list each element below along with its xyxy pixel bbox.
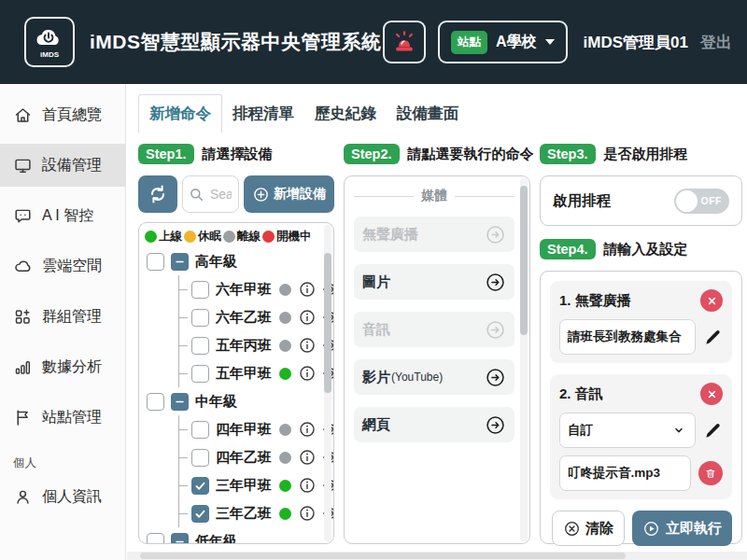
device-tree-panel: 上線 休眠 離線 開機中 高年級 六年甲班 xyxy=(138,222,334,544)
tree-device-row: 三年乙班 xyxy=(179,499,328,527)
info-icon[interactable] xyxy=(298,420,317,439)
sidebar-item-label: 數據分析 xyxy=(42,357,102,377)
arrow-right-icon xyxy=(485,319,506,341)
legend-item: 上線 xyxy=(145,229,182,245)
command-item[interactable]: 網頁 xyxy=(354,407,514,442)
device-name: 四年乙班 xyxy=(216,449,272,467)
info-icon[interactable] xyxy=(298,336,317,355)
sidebar-item-label: 雲端空間 xyxy=(42,257,102,276)
info-icon[interactable] xyxy=(298,364,317,383)
device-status-dot xyxy=(279,480,291,492)
device-status-dot xyxy=(279,424,291,436)
step4-badge: Step4. xyxy=(540,239,596,260)
device-checkbox[interactable] xyxy=(191,505,209,523)
group-checkbox[interactable] xyxy=(147,393,164,411)
sidebar-item-sites[interactable]: 站點管理 xyxy=(0,396,125,439)
device-status-dot xyxy=(279,368,291,380)
pencil-icon[interactable] xyxy=(703,421,723,441)
device-name: 三年乙班 xyxy=(216,505,272,523)
device-checkbox[interactable] xyxy=(191,365,209,383)
device-checkbox[interactable] xyxy=(191,449,209,467)
legend-item: 休眠 xyxy=(184,229,221,245)
device-status-dot xyxy=(279,312,291,324)
step4-title: 請輸入及設定 xyxy=(604,241,688,259)
collapse-icon[interactable] xyxy=(171,533,189,545)
setting-value-input[interactable]: 叮咚提示音.mp3 xyxy=(559,455,691,491)
logout-link[interactable]: 登出 xyxy=(700,32,732,53)
refresh-button[interactable] xyxy=(138,175,177,213)
site-dropdown[interactable]: 站點 A學校 xyxy=(438,21,568,63)
cloud-power-icon: iMDS xyxy=(31,23,68,61)
status-legend: 上線 休眠 離線 開機中 xyxy=(139,223,333,247)
tab-new-command[interactable]: 新增命令 xyxy=(138,94,222,133)
info-icon[interactable] xyxy=(298,280,317,299)
group-checkbox[interactable] xyxy=(147,253,164,271)
group-checkbox[interactable] xyxy=(147,533,164,545)
arrow-right-icon[interactable] xyxy=(485,414,506,436)
group-name: 低年級 xyxy=(195,533,237,545)
trash-icon xyxy=(703,466,718,481)
collapse-icon[interactable] xyxy=(171,253,189,271)
device-status-dot xyxy=(279,452,291,464)
tab-history[interactable]: 歷史紀錄 xyxy=(304,95,387,133)
tree-device-row: 四年乙班 xyxy=(179,443,328,471)
schedule-toggle[interactable]: OFF xyxy=(674,189,729,214)
arrow-right-icon[interactable] xyxy=(485,272,506,293)
info-icon[interactable] xyxy=(298,476,317,495)
sidebar-item-ai[interactable]: A I 智控 xyxy=(0,194,125,237)
pencil-icon[interactable] xyxy=(703,328,723,347)
device-checkbox[interactable] xyxy=(191,337,209,355)
arrow-right-icon[interactable] xyxy=(485,367,506,388)
horizontal-scrollbar[interactable] xyxy=(127,552,747,560)
step3-column: Step3. 是否啟用排程 啟用排程 OFF Step4. 請輸入及設定 1. … xyxy=(540,142,742,544)
info-icon[interactable] xyxy=(298,308,317,327)
command-suffix: (YouTube) xyxy=(391,371,443,384)
status-dot xyxy=(184,231,196,243)
sidebar-section-label: 個人 xyxy=(0,446,125,475)
sidebar-item-profile[interactable]: 個人資訊 xyxy=(0,475,125,518)
close-icon xyxy=(705,387,719,401)
execute-button[interactable]: 立即執行 xyxy=(632,511,732,546)
command-panel-scrollbar[interactable] xyxy=(520,178,528,541)
tab-device-screen[interactable]: 設備畫面 xyxy=(387,95,469,133)
collapse-icon[interactable] xyxy=(171,393,189,411)
clear-button[interactable]: 清除 xyxy=(552,511,625,546)
command-item[interactable]: 影片 (YouTube) xyxy=(354,359,514,395)
delete-file-button[interactable] xyxy=(698,461,723,485)
close-icon xyxy=(705,294,719,308)
step1-column: Step1. 請選擇設備 xyxy=(138,142,334,544)
device-checkbox[interactable] xyxy=(191,281,209,299)
step2-column: Step2. 請點選要執行的命令 媒體 無聲廣播 圖片 音訊 影片 (YouTu… xyxy=(344,142,530,544)
command-setting-card: 1. 無聲廣播 請班長到教務處集合 xyxy=(550,281,732,363)
sidebar-item-analytics[interactable]: 數據分析 xyxy=(0,345,125,388)
command-label: 音訊 xyxy=(362,321,390,339)
search-input[interactable] xyxy=(208,186,233,203)
device-checkbox[interactable] xyxy=(191,477,209,495)
sidebar-item-cloud[interactable]: 雲端空間 xyxy=(0,245,125,287)
device-name: 六年乙班 xyxy=(216,309,272,327)
audio-source-select[interactable]: 自訂 xyxy=(559,413,696,448)
device-checkbox[interactable] xyxy=(191,421,209,439)
sidebar-item-devices[interactable]: 設備管理 xyxy=(0,144,125,187)
command-panel: 媒體 無聲廣播 圖片 音訊 影片 (YouTube) 網頁 xyxy=(344,175,530,544)
site-value: A學校 xyxy=(496,33,537,52)
add-device-button[interactable]: 新增設備 xyxy=(244,175,334,213)
tab-schedule-list[interactable]: 排程清單 xyxy=(222,95,304,133)
app-title: iMDS智慧型顯示器中央管理系統 xyxy=(90,29,382,55)
setting-value-input[interactable]: 請班長到教務處集合 xyxy=(559,319,696,355)
command-setting-card: 2. 音訊 自訂 叮咚提示音.mp3 xyxy=(550,374,732,499)
step2-badge: Step2. xyxy=(344,144,400,165)
remove-command-button[interactable] xyxy=(700,383,723,405)
sidebar-item-groups[interactable]: 群組管理 xyxy=(0,295,125,338)
monitor-icon xyxy=(13,156,33,175)
info-icon[interactable] xyxy=(298,504,317,523)
info-icon[interactable] xyxy=(298,448,317,467)
alarm-button[interactable] xyxy=(383,21,426,63)
step1-title: 請選擇設備 xyxy=(203,146,273,163)
command-item[interactable]: 圖片 xyxy=(354,264,514,300)
device-checkbox[interactable] xyxy=(191,309,209,327)
sidebar-item-label: A I 智控 xyxy=(42,206,93,226)
device-tree-scrollbar[interactable] xyxy=(324,225,331,541)
remove-command-button[interactable] xyxy=(700,289,723,312)
sidebar-item-home[interactable]: 首頁總覽 xyxy=(0,93,125,136)
